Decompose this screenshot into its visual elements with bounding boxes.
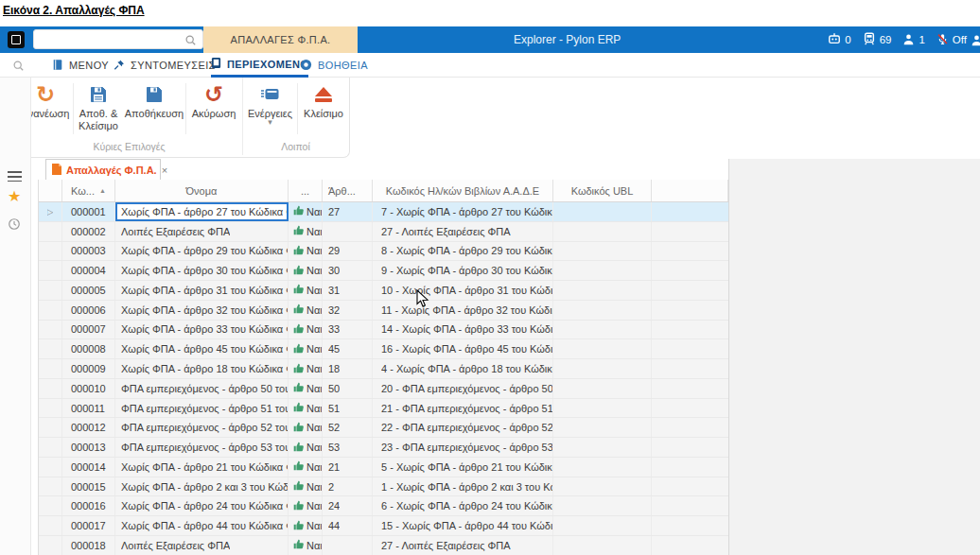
table-row[interactable]: 000012ΦΠΑ εμπεριεχόμενος - άρθρο 52 του …	[39, 418, 728, 438]
table-row[interactable]: ▷000001Χωρίς ΦΠΑ - άρθρο 27 του Κώδικα Φ…	[39, 202, 728, 222]
aade-code-cell[interactable]: 9 - Χωρίς ΦΠΑ - άρθρο 30 του Κώδικα Φ...	[373, 261, 553, 280]
row-selector-cell[interactable]	[39, 477, 62, 496]
flag-cell[interactable]: Ναι	[289, 399, 323, 418]
ubl-code-cell[interactable]	[553, 516, 652, 535]
row-selector-cell[interactable]: ▷	[39, 202, 62, 221]
row-selector-cell[interactable]	[39, 281, 62, 300]
name-cell[interactable]: Χωρίς ΦΠΑ - άρθρο 44 του Κώδικα ΦΠΑ...	[115, 516, 289, 535]
code-cell[interactable]: 000002	[62, 222, 115, 241]
ubl-code-cell[interactable]	[553, 261, 652, 280]
article-cell[interactable]: 2	[323, 477, 373, 496]
flag-cell[interactable]: Ναι	[289, 496, 323, 515]
flag-cell[interactable]: Ναι	[289, 458, 323, 477]
article-cell[interactable]	[323, 222, 373, 241]
row-selector-cell[interactable]	[39, 339, 62, 358]
aade-code-cell[interactable]: 14 - Χωρίς ΦΠΑ - άρθρο 33 του Κώδικα ...	[373, 321, 553, 339]
row-selector-cell[interactable]	[39, 301, 62, 320]
ubl-code-cell[interactable]	[553, 202, 652, 221]
menubar-item-content[interactable]: ΠΕΡΙΕΧΟΜΕΝΟ	[211, 53, 308, 78]
name-cell[interactable]: Λοιπές Εξαιρέσεις ΦΠΑ	[115, 222, 289, 241]
article-cell[interactable]: 45	[323, 339, 373, 358]
ubl-code-cell[interactable]	[553, 339, 652, 358]
aade-code-cell[interactable]: 20 - ΦΠΑ εμπεριεχόμενος - άρθρο 50 το...	[373, 379, 553, 398]
table-row[interactable]: 000017Χωρίς ΦΠΑ - άρθρο 44 του Κώδικα ΦΠ…	[39, 516, 728, 536]
article-cell[interactable]: 50	[323, 379, 373, 398]
cancel-button[interactable]: ↺ Ακύρωση	[187, 81, 240, 136]
code-cell[interactable]: 000013	[62, 438, 115, 457]
name-cell[interactable]: Χωρίς ΦΠΑ - άρθρο 29 του Κώδικα ΦΠΑ...	[115, 242, 289, 261]
aade-code-cell[interactable]: 8 - Χωρίς ΦΠΑ - άρθρο 29 του Κώδικα Φ...	[373, 242, 553, 261]
ubl-code-cell[interactable]	[553, 477, 652, 496]
ubl-code-cell[interactable]	[553, 359, 652, 378]
ubl-code-cell[interactable]	[553, 496, 652, 515]
code-cell[interactable]: 000018	[62, 536, 115, 555]
article-cell[interactable]: 52	[323, 418, 373, 437]
active-task-tab[interactable]: ΑΠΑΛΛΑΓΕΣ Φ.Π.Α.	[203, 26, 358, 53]
row-selector-cell[interactable]	[39, 496, 62, 515]
code-cell[interactable]: 000007	[62, 321, 115, 339]
name-cell[interactable]: Χωρίς ΦΠΑ - άρθρο 24 του Κώδικα ΦΠΑ...	[115, 496, 289, 515]
aade-code-cell[interactable]: 6 - Χωρίς ΦΠΑ - άρθρο 24 του Κώδικα Φ...	[373, 496, 553, 515]
ubl-code-cell[interactable]	[553, 536, 652, 555]
article-cell[interactable]: 21	[323, 458, 373, 477]
ubl-code-cell[interactable]	[553, 321, 652, 339]
row-selector-cell[interactable]	[39, 418, 62, 437]
aade-code-cell[interactable]: 16 - Χωρίς ΦΠΑ - άρθρο 45 του Κώδικα ...	[373, 339, 553, 358]
name-cell[interactable]: Χωρίς ΦΠΑ - άρθρο 32 του Κώδικα ΦΠΑ...	[115, 301, 289, 320]
ubl-code-cell[interactable]	[553, 438, 652, 457]
aade-code-cell[interactable]: 5 - Χωρίς ΦΠΑ - άρθρο 21 του Κώδικα Φ...	[373, 458, 553, 477]
row-selector-cell[interactable]	[39, 516, 62, 535]
flag-cell[interactable]: Ναι	[289, 379, 323, 398]
code-cell[interactable]: 000017	[62, 516, 115, 535]
flag-cell[interactable]: Ναι	[289, 477, 323, 496]
trains-status[interactable]: 69	[863, 32, 892, 47]
column-header-ubl[interactable]: Κωδικός UBL	[553, 180, 652, 201]
code-cell[interactable]: 000011	[62, 399, 115, 418]
name-cell[interactable]: Χωρίς ΦΠΑ - άρθρο 33 του Κώδικα ΦΠΑ...	[115, 321, 289, 339]
name-cell[interactable]: Χωρίς ΦΠΑ - άρθρο 2 και 3 του Κώδικα ...	[115, 477, 289, 496]
flag-cell[interactable]: Ναι	[289, 536, 323, 555]
users-status[interactable]: 1	[902, 33, 924, 47]
menubar-item-shortcuts[interactable]: ΣΥΝΤΟΜΕΥΣΕΙΣ	[114, 53, 216, 78]
aade-code-cell[interactable]: 22 - ΦΠΑ εμπεριεχόμενος - άρθρο 52 το...	[373, 418, 553, 437]
row-selector-cell[interactable]	[39, 242, 62, 261]
save-and-close-button[interactable]: Αποθ. & Κλείσιμο	[75, 81, 122, 136]
global-search-input[interactable]	[40, 31, 181, 49]
ubl-code-cell[interactable]	[553, 301, 652, 320]
column-header-flag[interactable]: ...	[289, 180, 323, 201]
aade-code-cell[interactable]: 21 - ΦΠΑ εμπεριεχόμενος - άρθρο 51 το...	[373, 399, 553, 418]
row-selector-cell[interactable]	[39, 438, 62, 457]
hamburger-menu-icon[interactable]	[8, 168, 22, 184]
ubl-code-cell[interactable]	[553, 222, 652, 241]
ubl-code-cell[interactable]	[553, 418, 652, 437]
aade-code-cell[interactable]: 4 - Χωρίς ΦΠΑ - άρθρο 18 του Κώδικα Φ...	[373, 359, 553, 378]
row-selector-cell[interactable]	[39, 399, 62, 418]
aade-code-cell[interactable]: 27 - Λοιπές Εξαιρέσεις ΦΠΑ	[373, 222, 553, 241]
table-row[interactable]: 000007Χωρίς ΦΠΑ - άρθρο 33 του Κώδικα ΦΠ…	[39, 321, 728, 340]
code-cell[interactable]: 000010	[62, 379, 115, 398]
ubl-code-cell[interactable]	[553, 379, 652, 398]
row-selector-cell[interactable]	[39, 359, 62, 378]
table-row[interactable]: 000013ΦΠΑ εμπεριεχόμενος - άρθρο 53 του …	[39, 438, 728, 458]
robots-status[interactable]: 0	[828, 32, 850, 47]
flag-cell[interactable]: Ναι	[289, 281, 323, 300]
global-search-box[interactable]	[33, 29, 203, 49]
code-cell[interactable]: 000012	[62, 418, 115, 437]
name-cell[interactable]: Λοιπές Εξαιρέσεις ΦΠΑ	[115, 536, 289, 555]
name-cell[interactable]: Χωρίς ΦΠΑ - άρθρο 21 του Κώδικα ΦΠΑ...	[115, 458, 289, 477]
row-selector-cell[interactable]	[39, 379, 62, 398]
aade-code-cell[interactable]: 1 - Χωρίς ΦΠΑ - άρθρο 2 και 3 του Κώδι..…	[373, 477, 553, 496]
code-cell[interactable]: 000001	[62, 202, 115, 221]
code-cell[interactable]: 000003	[62, 242, 115, 261]
code-cell[interactable]: 000014	[62, 458, 115, 477]
aade-code-cell[interactable]: 11 - Χωρίς ΦΠΑ - άρθρο 32 του Κώδικα ...	[373, 301, 553, 320]
table-row[interactable]: 000011ΦΠΑ εμπεριεχόμενος - άρθρο 51 του …	[39, 399, 728, 419]
menu-search-icon[interactable]	[12, 59, 25, 76]
name-cell[interactable]: Χωρίς ΦΠΑ - άρθρο 31 του Κώδικα ΦΠΑ...	[115, 281, 289, 300]
article-cell[interactable]	[323, 536, 373, 555]
column-header-article[interactable]: Άρθ...	[323, 180, 373, 201]
table-row[interactable]: 000010ΦΠΑ εμπεριεχόμενος - άρθρο 50 του …	[39, 379, 728, 399]
flag-cell[interactable]: Ναι	[289, 222, 323, 241]
flag-cell[interactable]: Ναι	[289, 242, 323, 261]
name-cell[interactable]: Χωρίς ΦΠΑ - άρθρο 45 του Κώδικα ΦΠΑ...	[115, 339, 289, 358]
